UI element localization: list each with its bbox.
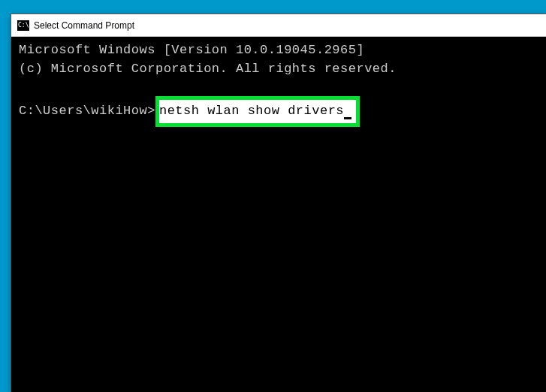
command-highlight: netsh wlan show drivers: [155, 96, 360, 127]
terminal-header-line1: Microsoft Windows [Version 10.0.19045.29…: [19, 41, 538, 60]
terminal-area[interactable]: Microsoft Windows [Version 10.0.19045.29…: [11, 37, 546, 131]
terminal-header-line2: (c) Microsoft Corporation. All rights re…: [19, 60, 538, 79]
cmd-icon-text: C:\: [18, 23, 29, 29]
command-prompt-window: C:\ Select Command Prompt Microsoft Wind…: [11, 14, 546, 392]
title-bar[interactable]: C:\ Select Command Prompt: [11, 14, 546, 37]
prompt-line: C:\Users\wikiHow>netsh wlan show drivers: [19, 96, 538, 127]
cursor: [344, 117, 351, 119]
window-title: Select Command Prompt: [34, 20, 134, 31]
cmd-icon: C:\: [17, 20, 29, 31]
command-text: netsh wlan show drivers: [159, 104, 344, 118]
prompt-path: C:\Users\wikiHow>: [19, 102, 155, 121]
